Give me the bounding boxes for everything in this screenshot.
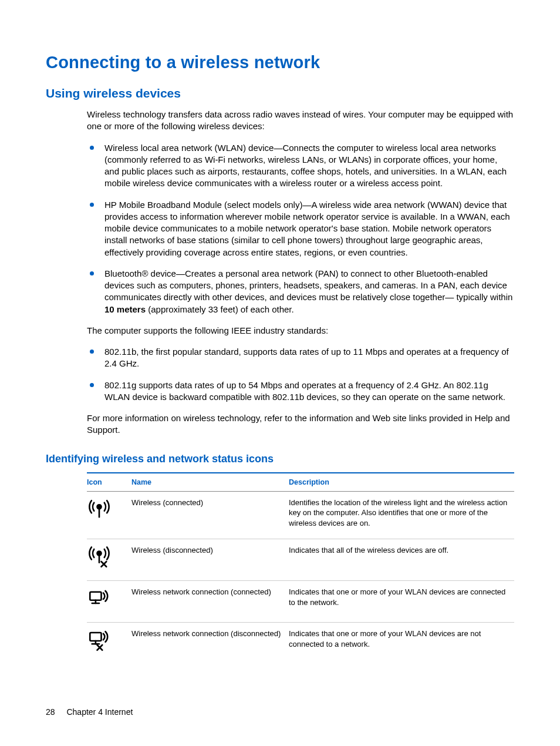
table-row: Wireless (connected) Identifies the loca… bbox=[87, 491, 514, 539]
bluetooth-main: Bluetooth® device—Creates a personal are… bbox=[104, 268, 507, 303]
svg-rect-6 bbox=[90, 592, 101, 600]
list-item: 802.11b, the first popular standard, sup… bbox=[87, 346, 514, 370]
heading-1: Connecting to a wireless network bbox=[46, 53, 514, 72]
icon-cell bbox=[87, 491, 131, 539]
table-row: Wireless (disconnected) Indicates that a… bbox=[87, 539, 514, 581]
list-item: Wireless local area network (WLAN) devic… bbox=[87, 142, 514, 190]
name-cell: Wireless (disconnected) bbox=[131, 539, 289, 581]
desc-cell: Identifies the location of the wireless … bbox=[289, 491, 514, 539]
svg-rect-9 bbox=[90, 633, 101, 641]
th-icon: Icon bbox=[87, 473, 131, 492]
document-page: Connecting to a wireless network Using w… bbox=[0, 0, 560, 746]
list-item: HP Mobile Broadband Module (select model… bbox=[87, 199, 514, 258]
desc-cell: Indicates that all of the wireless devic… bbox=[289, 539, 514, 581]
device-list: Wireless local area network (WLAN) devic… bbox=[87, 142, 514, 315]
table-wrapper: Icon Name Description bbox=[87, 472, 514, 664]
bluetooth-bold: 10 meters bbox=[104, 304, 146, 314]
list-item: 802.11g supports data rates of up to 54 … bbox=[87, 379, 514, 404]
desc-cell: Indicates that one or more of your WLAN … bbox=[289, 581, 514, 623]
network-connected-icon bbox=[87, 587, 112, 611]
heading-3: Identifying wireless and network status … bbox=[46, 453, 514, 465]
icon-cell bbox=[87, 539, 131, 581]
network-disconnected-icon bbox=[87, 629, 112, 653]
table-row: Wireless network connection (connected) … bbox=[87, 581, 514, 623]
icon-cell bbox=[87, 581, 131, 623]
heading-2: Using wireless devices bbox=[46, 86, 514, 100]
name-cell: Wireless network connection (disconnecte… bbox=[131, 623, 289, 664]
th-name: Name bbox=[131, 473, 289, 492]
name-cell: Wireless network connection (connected) bbox=[131, 581, 289, 623]
icon-cell bbox=[87, 623, 131, 664]
th-desc: Description bbox=[289, 473, 514, 492]
wireless-connected-icon bbox=[87, 498, 112, 522]
bluetooth-tail-pre: typically within bbox=[456, 292, 512, 302]
bluetooth-tail-post: (approximately 33 feet) of each other. bbox=[146, 304, 294, 314]
name-cell: Wireless (connected) bbox=[131, 491, 289, 539]
chapter-label: Chapter 4 Internet bbox=[66, 707, 133, 717]
desc-cell: Indicates that one or more of your WLAN … bbox=[289, 623, 514, 664]
outro-paragraph: For more information on wireless technol… bbox=[87, 412, 514, 436]
standards-list: 802.11b, the first popular standard, sup… bbox=[87, 346, 514, 403]
page-footer: 28 Chapter 4 Internet bbox=[46, 707, 133, 717]
table-row: Wireless network connection (disconnecte… bbox=[87, 623, 514, 664]
icons-table: Icon Name Description bbox=[87, 472, 514, 664]
wireless-disconnected-icon bbox=[87, 545, 112, 570]
list-item: Bluetooth® device—Creates a personal are… bbox=[87, 268, 514, 315]
body-content: Wireless technology transfers data acros… bbox=[87, 109, 514, 436]
standards-intro: The computer supports the following IEEE… bbox=[87, 325, 514, 337]
intro-paragraph: Wireless technology transfers data acros… bbox=[87, 109, 514, 133]
page-number: 28 bbox=[46, 707, 55, 717]
